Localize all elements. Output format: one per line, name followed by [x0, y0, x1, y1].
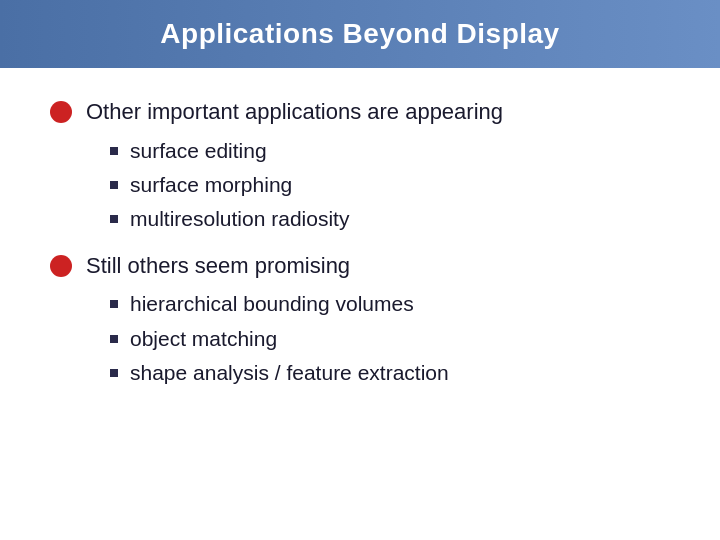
sub-bullet-1-2: surface morphing	[110, 171, 670, 199]
red-circle-icon-2	[50, 255, 72, 277]
sub-bullet-text-2-2: object matching	[130, 325, 277, 353]
sub-bullet-2-3: shape analysis / feature extraction	[110, 359, 670, 387]
sub-bullet-1-1: surface editing	[110, 137, 670, 165]
sub-bullet-1-3: multiresolution radiosity	[110, 205, 670, 233]
main-bullet-text-2: Still others seem promising	[86, 252, 350, 281]
sub-bullets-2: hierarchical bounding volumes object mat…	[110, 290, 670, 387]
square-marker-icon	[110, 147, 118, 155]
main-bullet-1: Other important applications are appeari…	[50, 98, 670, 127]
main-bullet-2: Still others seem promising	[50, 252, 670, 281]
sub-bullet-text-1-2: surface morphing	[130, 171, 292, 199]
main-bullet-text-1: Other important applications are appeari…	[86, 98, 503, 127]
square-marker-icon	[110, 335, 118, 343]
sub-bullet-2-2: object matching	[110, 325, 670, 353]
square-marker-icon	[110, 300, 118, 308]
slide: Applications Beyond Display Other import…	[0, 0, 720, 540]
sub-bullets-1: surface editing surface morphing multire…	[110, 137, 670, 234]
title-bar: Applications Beyond Display	[0, 0, 720, 68]
square-marker-icon	[110, 369, 118, 377]
sub-bullet-text-2-1: hierarchical bounding volumes	[130, 290, 414, 318]
slide-content: Other important applications are appeari…	[0, 68, 720, 540]
square-marker-icon	[110, 181, 118, 189]
slide-title: Applications Beyond Display	[40, 18, 680, 50]
sub-bullet-2-1: hierarchical bounding volumes	[110, 290, 670, 318]
red-circle-icon-1	[50, 101, 72, 123]
section-1: Other important applications are appeari…	[50, 98, 670, 234]
square-marker-icon	[110, 215, 118, 223]
sub-bullet-text-2-3: shape analysis / feature extraction	[130, 359, 449, 387]
sub-bullet-text-1-1: surface editing	[130, 137, 267, 165]
section-2: Still others seem promising hierarchical…	[50, 252, 670, 388]
sub-bullet-text-1-3: multiresolution radiosity	[130, 205, 349, 233]
